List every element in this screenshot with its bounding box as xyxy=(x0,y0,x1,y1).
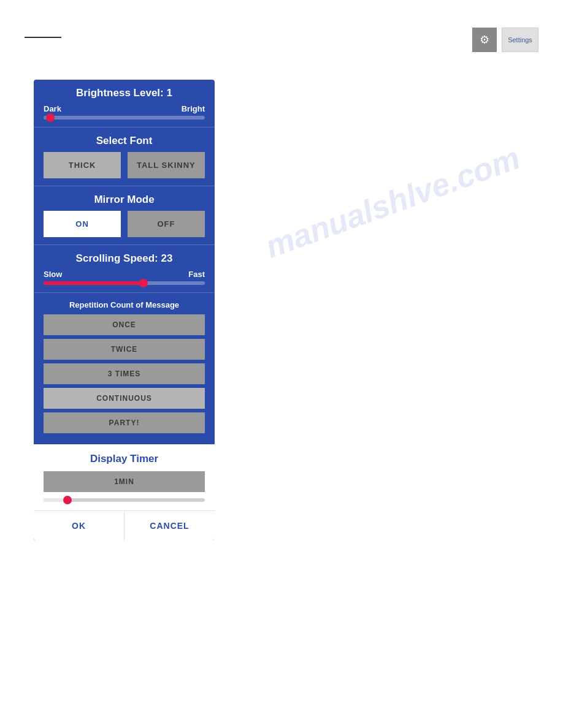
timer-dot xyxy=(63,496,72,504)
brightness-labels: Dark Bright xyxy=(44,104,205,113)
speed-section: Scrolling Speed: 23 Slow Fast xyxy=(34,245,215,292)
brightness-slider[interactable] xyxy=(44,116,205,119)
speed-title: Scrolling Speed: 23 xyxy=(44,252,205,265)
ok-button[interactable]: OK xyxy=(34,510,124,540)
watermark: manualshlve.com xyxy=(261,139,525,265)
font-title: Select Font xyxy=(44,135,205,147)
gear-button[interactable]: ⚙ xyxy=(472,28,497,52)
top-line xyxy=(25,37,61,38)
brightness-title: Brightness Level: 1 xyxy=(44,87,205,99)
one-min-button[interactable]: 1MIN xyxy=(44,471,205,492)
display-timer-title: Display Timer xyxy=(44,453,205,465)
display-timer-section: Display Timer 1MIN xyxy=(34,444,215,510)
repetition-section: Repetition Count of Message ONCE TWICE 3… xyxy=(34,293,215,444)
gear-icon: ⚙ xyxy=(480,33,489,47)
mirror-section: Mirror Mode ON OFF xyxy=(34,186,215,245)
font-buttons: THICK TALL SKINNY xyxy=(44,152,205,178)
speed-fill xyxy=(44,281,144,285)
speed-slider[interactable] xyxy=(44,281,205,285)
cancel-button[interactable]: CANCEL xyxy=(124,510,215,540)
speed-dot xyxy=(139,279,148,287)
settings-panel: Brightness Level: 1 Dark Bright Select F… xyxy=(34,80,215,540)
continuous-button[interactable]: CONTINUOUS xyxy=(44,388,205,409)
brightness-section: Brightness Level: 1 Dark Bright xyxy=(34,80,215,127)
bottom-buttons: OK CANCEL xyxy=(34,510,215,540)
once-button[interactable]: ONCE xyxy=(44,314,205,335)
bright-label: Bright xyxy=(182,104,205,113)
top-icons: ⚙ Settings xyxy=(472,28,538,52)
twice-button[interactable]: TWICE xyxy=(44,339,205,360)
mirror-off-button[interactable]: OFF xyxy=(128,211,205,237)
timer-slider[interactable] xyxy=(44,498,205,502)
slow-label: Slow xyxy=(44,270,62,279)
repetition-title: Repetition Count of Message xyxy=(44,300,205,309)
font-section: Select Font THICK TALL SKINNY xyxy=(34,127,215,186)
mirror-buttons: ON OFF xyxy=(44,211,205,237)
thick-font-button[interactable]: THICK xyxy=(44,152,121,178)
three-times-button[interactable]: 3 TIMES xyxy=(44,363,205,384)
settings-button[interactable]: Settings xyxy=(502,28,538,52)
speed-labels: Slow Fast xyxy=(44,270,205,279)
brightness-dot xyxy=(46,113,55,122)
settings-label: Settings xyxy=(508,36,532,44)
fast-label: Fast xyxy=(188,270,205,279)
mirror-title: Mirror Mode xyxy=(44,194,205,206)
party-button[interactable]: PARTY! xyxy=(44,412,205,433)
top-bar: ⚙ Settings xyxy=(25,37,538,38)
tall-skinny-font-button[interactable]: TALL SKINNY xyxy=(128,152,205,178)
dark-label: Dark xyxy=(44,104,61,113)
mirror-on-button[interactable]: ON xyxy=(44,211,121,237)
